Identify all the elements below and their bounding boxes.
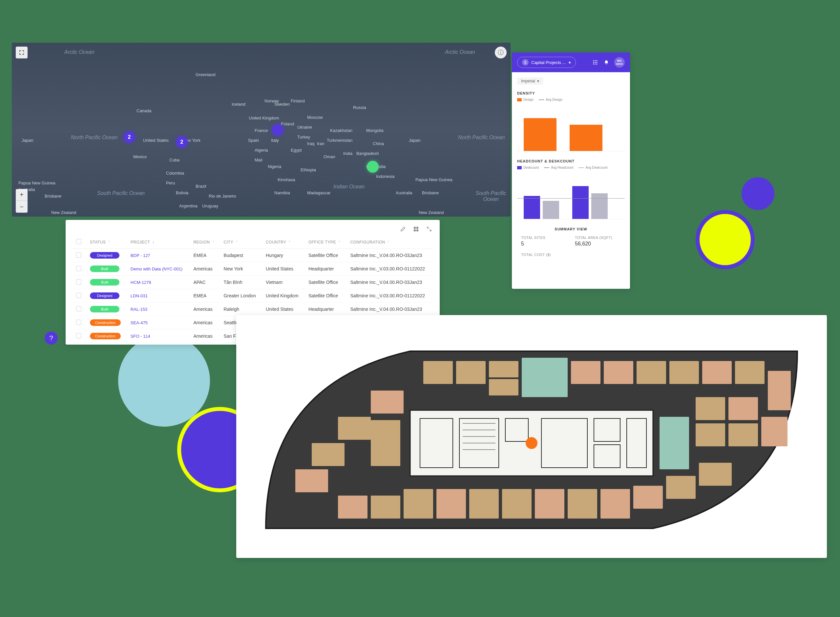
table-row[interactable]: BuiltDemo with Data (NYC-001)AmericasNew… [72, 262, 433, 276]
cell-country: Hungary [262, 249, 305, 262]
avatar[interactable]: MA admin [614, 57, 625, 68]
select-all-checkbox[interactable] [76, 239, 81, 244]
row-checkbox[interactable] [76, 333, 81, 338]
country-label: Brisbane [422, 190, 439, 195]
country-label: Colombia [166, 171, 184, 176]
help-button[interactable]: ? [45, 332, 58, 345]
fullscreen-icon[interactable] [16, 47, 28, 58]
table-row[interactable]: DesignedBDP - 127EMEABudapestHungarySate… [72, 249, 433, 262]
project-link[interactable]: SEA-475 [131, 320, 148, 325]
country-label: Ukraine [297, 125, 312, 130]
row-checkbox[interactable] [76, 266, 81, 271]
column-header[interactable]: COUNTRY ˅ [262, 236, 305, 249]
project-link[interactable]: Demo with Data (NYC-001) [131, 267, 183, 272]
cell-country: United States [262, 303, 305, 316]
country-label: Sweden [274, 102, 290, 107]
map-marker[interactable]: 2 [176, 136, 188, 148]
map-marker[interactable] [367, 161, 379, 173]
cell-country: United Kingdom [262, 289, 305, 303]
expand-icon[interactable] [425, 225, 433, 233]
cell-office-type: Satellite Office [305, 249, 346, 262]
country-label: Turkmenistan [327, 138, 352, 143]
bar [524, 196, 540, 219]
grid-view-icon[interactable] [412, 225, 420, 233]
project-link[interactable]: BDP - 127 [131, 253, 150, 258]
country-label: Turkey [297, 134, 310, 139]
map-marker[interactable] [272, 124, 283, 136]
unit-selector[interactable]: Imperial ▾ [517, 77, 543, 85]
row-checkbox[interactable] [76, 279, 81, 285]
svg-rect-60 [666, 476, 696, 499]
floorplan-canvas[interactable] [246, 325, 817, 548]
column-header[interactable]: CITY ˅ [220, 236, 262, 249]
column-header[interactable]: CONFIGURATION ˅ [346, 236, 433, 249]
table-row[interactable]: BuiltHCM-1278APACTân BìnhVietnamSatellit… [72, 276, 433, 289]
edit-icon[interactable] [399, 225, 407, 233]
cell-city: Budapest [220, 249, 262, 262]
ocean-label: Indian Ocean [333, 184, 364, 190]
country-label: Japan [22, 138, 33, 143]
apps-icon[interactable] [592, 59, 598, 66]
cell-office-type: Satellite Office [305, 289, 346, 303]
status-pill: Designed [90, 292, 119, 299]
column-header[interactable]: OFFICE TYPE ˅ [305, 236, 346, 249]
legend-label: Avg Headcount [551, 166, 573, 169]
status-pill: Built [90, 306, 119, 313]
row-checkbox[interactable] [76, 320, 81, 325]
status-pill: Construction [90, 319, 121, 326]
bar [591, 193, 608, 219]
cell-region: APAC [189, 276, 220, 289]
svg-rect-40 [338, 417, 371, 440]
table-row[interactable]: BuiltRAL-153AmericasRaleighUnited States… [72, 303, 433, 316]
cell-city: Greater London [220, 289, 262, 303]
country-label: Kazakhstan [330, 128, 352, 133]
svg-rect-3 [416, 229, 419, 232]
country-label: Poland [281, 121, 294, 126]
column-header[interactable]: REGION ˅ [189, 236, 220, 249]
map-marker[interactable]: 2 [123, 131, 135, 143]
project-link[interactable]: HCM-1278 [131, 280, 151, 285]
svg-rect-56 [535, 489, 564, 518]
svg-rect-58 [600, 489, 630, 518]
svg-rect-50 [338, 496, 367, 518]
column-header[interactable] [72, 236, 86, 249]
zoom-in-button[interactable]: + [16, 189, 28, 201]
country-label: Brazil [196, 184, 206, 189]
info-icon[interactable]: ⓘ [495, 47, 507, 58]
svg-rect-30 [489, 379, 519, 396]
row-checkbox[interactable] [76, 293, 81, 298]
headcount-chart [517, 173, 625, 219]
map-canvas[interactable]: Arctic OceanArctic OceanNorth Pacific Oc… [12, 43, 511, 217]
svg-rect-35 [669, 361, 699, 384]
summary-label: TOTAL AREA (SQFT) [575, 236, 621, 239]
row-checkbox[interactable] [76, 252, 81, 258]
svg-point-12 [597, 63, 597, 65]
svg-rect-36 [702, 361, 732, 384]
svg-rect-38 [768, 371, 791, 410]
avg-line [517, 198, 625, 199]
summary-value: 5 [521, 241, 567, 247]
floorplan-panel [236, 315, 827, 558]
project-link[interactable]: LDN-031 [131, 294, 148, 298]
svg-rect-32 [571, 361, 600, 384]
country-label: New Zealand [419, 210, 444, 215]
project-link[interactable]: SFO - 114 [131, 334, 150, 339]
country-label: Australia [396, 190, 413, 195]
workspace-selector[interactable]: S Capital Projects ... ▾ [517, 57, 576, 68]
cell-config: Saltmine Inc._V.04.00.RO-03Jan23 [346, 249, 433, 262]
row-checkbox[interactable] [76, 306, 81, 311]
project-link[interactable]: RAL-153 [131, 307, 147, 312]
sort-icon: ˅ [339, 241, 340, 244]
sort-icon: ˅ [213, 241, 215, 244]
bell-icon[interactable] [603, 59, 610, 66]
column-header[interactable]: PROJECT ↑ [127, 236, 190, 249]
country-label: Mongolia [366, 128, 383, 133]
svg-point-4 [593, 61, 594, 61]
zoom-out-button[interactable]: − [16, 201, 28, 213]
svg-rect-57 [568, 489, 597, 518]
sort-icon: ˅ [388, 241, 390, 244]
column-header[interactable]: STATUS ˅ [86, 236, 127, 249]
table-row[interactable]: DesignedLDN-031EMEAGreater LondonUnited … [72, 289, 433, 303]
country-label: Iceland [232, 102, 245, 107]
cell-office-type: Satellite Office [305, 276, 346, 289]
